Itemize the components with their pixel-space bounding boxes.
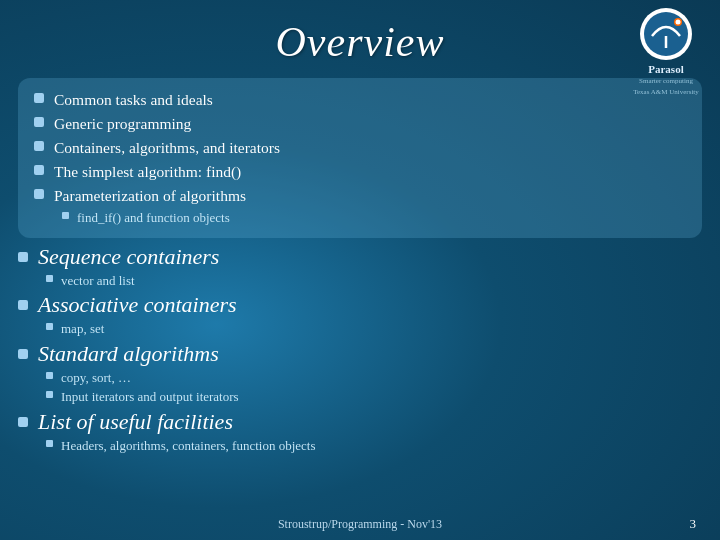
section-heading-standard: Standard algorithms: [18, 341, 702, 367]
list-item: copy, sort, …: [46, 368, 702, 388]
bullet-icon: [18, 252, 28, 262]
list-item: Generic programming: [34, 112, 686, 136]
sub-bullet-icon: [46, 440, 53, 447]
sub-bullet-icon: [46, 323, 53, 330]
sub-bullet-icon: [46, 372, 53, 379]
list-item: Parameterization of algorithms: [34, 184, 686, 208]
content-area: Sequence containers vector and list Asso…: [0, 244, 720, 456]
bullet-icon: [34, 117, 44, 127]
section-associative: Associative containers map, set: [18, 292, 702, 339]
sub-list-sequence: vector and list: [46, 271, 702, 291]
bullet-icon: [34, 141, 44, 151]
list-item: Headers, algorithms, containers, functio…: [46, 436, 702, 456]
top-bullet-list: Common tasks and ideals Generic programm…: [34, 88, 686, 208]
sub-bullet-icon: [62, 212, 69, 219]
sub-list-standard: copy, sort, … Input iterators and output…: [46, 368, 702, 407]
bullet-icon: [18, 349, 28, 359]
list-item: vector and list: [46, 271, 702, 291]
list-item: Input iterators and output iterators: [46, 387, 702, 407]
sub-bullet-icon: [46, 391, 53, 398]
bullet-icon: [18, 417, 28, 427]
footer-page-number: 3: [690, 516, 697, 532]
section-useful: List of useful facilities Headers, algor…: [18, 409, 702, 456]
list-item: The simplest algorithm: find(): [34, 160, 686, 184]
section-standard: Standard algorithms copy, sort, … Input …: [18, 341, 702, 407]
sub-list-useful: Headers, algorithms, containers, functio…: [46, 436, 702, 456]
section-heading-associative: Associative containers: [18, 292, 702, 318]
list-item: Common tasks and ideals: [34, 88, 686, 112]
sub-list-associative: map, set: [46, 319, 702, 339]
top-box: Common tasks and ideals Generic programm…: [18, 78, 702, 238]
list-item: map, set: [46, 319, 702, 339]
list-item: Containers, algorithms, and iterators: [34, 136, 686, 160]
list-item: find_if() and function objects: [62, 208, 686, 228]
footer: Stroustrup/Programming - Nov'13 3: [0, 517, 720, 532]
section-heading-useful: List of useful facilities: [18, 409, 702, 435]
top-sub-list: find_if() and function objects: [62, 208, 686, 228]
bullet-icon: [34, 165, 44, 175]
sub-bullet-icon: [46, 275, 53, 282]
page-title: Overview: [0, 0, 720, 78]
bullet-icon: [34, 189, 44, 199]
bullet-icon: [18, 300, 28, 310]
bullet-icon: [34, 93, 44, 103]
footer-text: Stroustrup/Programming - Nov'13: [278, 517, 442, 532]
section-heading-sequence: Sequence containers: [18, 244, 702, 270]
section-sequence: Sequence containers vector and list: [18, 244, 702, 291]
